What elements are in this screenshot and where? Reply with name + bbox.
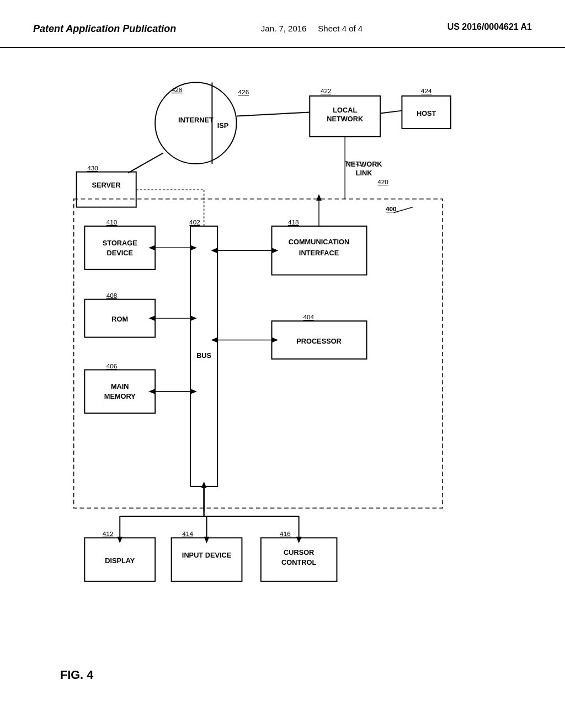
- svg-rect-14: [172, 538, 242, 581]
- svg-marker-44: [296, 537, 302, 543]
- patent-diagram: FIG. 4 INTERNET 428 ISP 426 LOCAL NETWOR…: [33, 66, 543, 706]
- figure-label: FIG. 4: [60, 668, 93, 682]
- cursor-label2: CONTROL: [281, 558, 316, 566]
- svg-marker-28: [190, 389, 197, 394]
- comm-label2: INTERFACE: [299, 249, 339, 257]
- processor-ref: 404: [303, 313, 315, 320]
- host-label: HOST: [417, 109, 436, 117]
- svg-marker-22: [190, 245, 197, 250]
- publication-date: Jan. 7, 2016: [261, 24, 307, 33]
- svg-marker-42: [204, 537, 210, 543]
- svg-marker-37: [316, 194, 322, 201]
- internet-label: INTERNET: [178, 116, 214, 124]
- storage-ref: 410: [106, 218, 118, 226]
- system-ref: 400: [386, 205, 397, 212]
- rom-label: ROM: [111, 315, 128, 323]
- storage-label2: DEVICE: [106, 249, 133, 257]
- svg-line-17: [380, 111, 402, 114]
- bus-ref: 402: [189, 218, 200, 226]
- sheet-info: Sheet 4 of 4: [318, 24, 363, 33]
- cursor-ref: 416: [280, 530, 291, 537]
- input-ref: 414: [182, 530, 193, 537]
- server-ref: 430: [87, 164, 98, 172]
- server-label: SERVER: [92, 181, 121, 189]
- rom-ref: 408: [106, 292, 118, 299]
- svg-marker-25: [190, 315, 197, 321]
- local-network-label: LOCAL: [333, 106, 357, 114]
- svg-marker-40: [117, 537, 122, 543]
- bus-label: BUS: [196, 351, 211, 360]
- host-ref: 424: [421, 87, 432, 94]
- svg-marker-32: [211, 248, 217, 253]
- svg-marker-35: [211, 338, 217, 343]
- page-header: Patent Application Publication Jan. 7, 2…: [0, 0, 565, 48]
- svg-marker-34: [272, 338, 279, 343]
- cursor-label: CURSOR: [284, 548, 314, 556]
- svg-rect-10: [84, 370, 155, 414]
- svg-line-18: [128, 153, 163, 173]
- main-memory-label: MAIN: [111, 382, 129, 390]
- svg-marker-26: [148, 315, 155, 321]
- isp-ref: 426: [238, 88, 249, 95]
- isp-label: ISP: [217, 121, 229, 130]
- svg-marker-23: [148, 245, 155, 250]
- network-link-label: NETWORK: [346, 160, 383, 168]
- header-center: Jan. 7, 2016 Sheet 4 of 4: [261, 22, 363, 35]
- svg-rect-4: [77, 172, 136, 207]
- comm-label: COMMUNICATION: [289, 238, 349, 246]
- svg-line-6: [394, 207, 413, 213]
- display-ref: 412: [103, 530, 114, 537]
- publication-number: US 2016/0004621 A1: [447, 22, 532, 32]
- svg-marker-29: [148, 389, 155, 394]
- network-link-label2: LINK: [356, 169, 373, 177]
- diagram-area: FIG. 4 INTERNET 428 ISP 426 LOCAL NETWOR…: [33, 66, 543, 706]
- main-memory-label2: MEMORY: [104, 392, 136, 400]
- comm-ref: 418: [288, 218, 299, 226]
- page: Patent Application Publication Jan. 7, 2…: [0, 0, 565, 728]
- display-label: DISPLAY: [105, 556, 135, 565]
- svg-rect-8: [84, 226, 155, 270]
- input-label: INPUT DEVICE: [182, 551, 232, 559]
- svg-marker-31: [272, 248, 279, 253]
- publication-title: Patent Application Publication: [33, 22, 176, 36]
- processor-label: PROCESSOR: [296, 337, 342, 345]
- storage-label: STORAGE: [103, 239, 137, 247]
- local-network-ref: 422: [321, 87, 332, 94]
- local-network-label2: NETWORK: [327, 115, 364, 123]
- main-memory-ref: 406: [106, 362, 118, 370]
- internet-ref: 428: [172, 86, 183, 93]
- svg-line-16: [237, 113, 310, 116]
- network-link-ref: 420: [377, 178, 388, 185]
